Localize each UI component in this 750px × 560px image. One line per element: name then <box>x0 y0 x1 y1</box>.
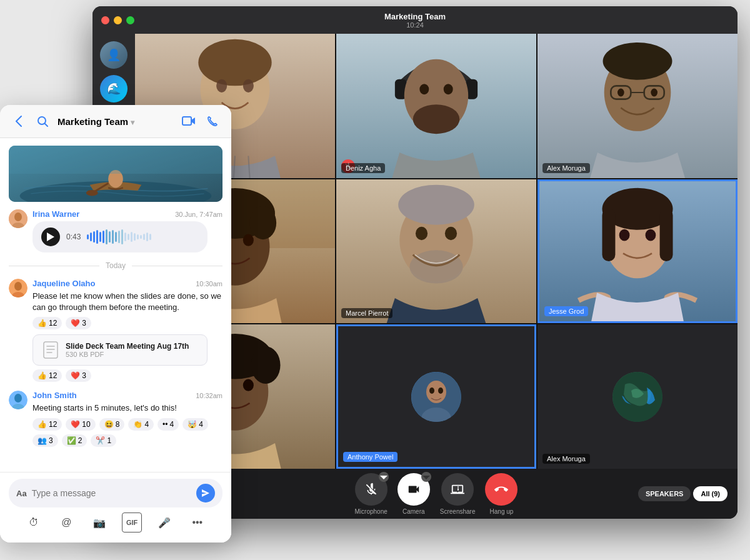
mention-icon[interactable]: @ <box>56 512 76 532</box>
avatar-jaqueline <box>9 279 28 298</box>
video-titlebar: Marketing Team 10:24 <box>92 6 738 34</box>
gif-button[interactable]: GIF <box>122 512 142 532</box>
speakers-controls: SPEAKERS All (9) <box>638 486 728 501</box>
chat-messages: Irina Warner 30.Jun, 7:47am 0:43 <box>0 138 231 472</box>
name-tag-alex-bottom: Alex Moruga <box>542 454 590 464</box>
hangup-button[interactable] <box>485 473 518 506</box>
send-button[interactable] <box>196 484 215 502</box>
svg-point-43 <box>619 229 630 241</box>
hangup-control: Hang up <box>485 473 518 515</box>
all-button[interactable]: All (9) <box>693 486 728 501</box>
svg-point-36 <box>416 227 428 240</box>
svg-point-74 <box>14 394 22 402</box>
timer-icon[interactable]: ⏱ <box>24 512 44 532</box>
svg-point-23 <box>651 89 658 97</box>
svg-rect-59 <box>182 117 191 125</box>
svg-point-37 <box>445 227 457 240</box>
reactions-john-row2: 👥3 ✅2 ✂️1 <box>32 434 222 447</box>
sidebar-avatar-2[interactable]: 🌊 <box>100 75 128 102</box>
video-cell-marcel: Marcel Pierrot <box>336 179 536 324</box>
file-name: Slide Deck Team Meeting Aug 17th <box>66 342 198 351</box>
more-button[interactable]: ••• <box>188 512 208 532</box>
minimize-button[interactable] <box>114 16 122 24</box>
attach-react-thumbs[interactable]: 👍12 <box>32 369 62 382</box>
mic-chevron[interactable] <box>379 472 389 482</box>
svg-point-70 <box>14 282 22 291</box>
name-tag-deniz: Deniz Agha <box>341 163 385 173</box>
sidebar-avatar-1[interactable]: 👤 <box>100 41 128 69</box>
svg-point-5 <box>243 79 254 92</box>
screenshare-label: Screenshare <box>440 508 476 515</box>
maximize-button[interactable] <box>126 16 134 24</box>
attach-react-heart[interactable]: ❤️3 <box>66 369 91 382</box>
svg-point-4 <box>216 79 227 92</box>
microphone-button[interactable] <box>355 473 388 506</box>
call-time: 10:24 <box>384 21 446 29</box>
msg-time-jaqueline: 10:30am <box>196 280 222 288</box>
message-john-smith: John Smith 10:32am Meeting starts in 5 m… <box>9 391 222 446</box>
back-button[interactable] <box>10 112 28 130</box>
video-cell-alex-moruga: Alex Moruga <box>538 34 738 178</box>
react-dots4[interactable]: ••4 <box>158 418 179 431</box>
sender-name-irina: Irina Warner <box>32 209 79 219</box>
voice-call-button[interactable] <box>204 112 221 130</box>
svg-point-14 <box>419 84 429 94</box>
svg-rect-65 <box>9 146 222 174</box>
chat-input-area: Aa ⏱ @ 📷 GIF 🎤 ••• <box>0 472 231 542</box>
audio-waveform <box>87 229 199 244</box>
msg-time-irina: 30.Jun, 7:47am <box>175 211 222 218</box>
message-content-jaqueline: Jaqueline Olaho 10:30am Please let me kn… <box>32 279 222 382</box>
speakers-button[interactable]: SPEAKERS <box>638 486 691 501</box>
screenshare-button[interactable] <box>441 473 474 506</box>
file-info: Slide Deck Team Meeting Aug 17th 530 KB … <box>66 342 198 358</box>
react-laugh8[interactable]: 😆8 <box>99 418 125 431</box>
mic-toolbar-icon[interactable]: 🎤 <box>154 512 174 532</box>
camera-chevron[interactable] <box>421 472 431 482</box>
reaction-thumbs-up[interactable]: 👍12 <box>32 317 62 329</box>
video-cell-deniz: Deniz Agha <box>336 34 536 178</box>
react-scissors1[interactable]: ✂️1 <box>91 434 116 447</box>
file-meta: 530 KB PDF <box>66 351 198 358</box>
traffic-lights <box>101 16 134 24</box>
call-title: Marketing Team <box>384 12 446 21</box>
chat-header: Marketing Team ▾ <box>0 105 231 138</box>
sender-name-john: John Smith <box>32 391 77 400</box>
svg-point-18 <box>603 42 672 80</box>
call-title-group: Marketing Team 10:24 <box>384 12 446 29</box>
react-group3[interactable]: 👥3 <box>32 434 58 447</box>
message-input[interactable] <box>32 488 191 498</box>
svg-point-13 <box>413 104 460 134</box>
reaction-heart[interactable]: ❤️3 <box>66 317 91 329</box>
name-tag-jesse: Jesse Grod <box>544 306 588 316</box>
svg-point-58 <box>38 117 46 124</box>
camera-control: Camera <box>398 473 430 515</box>
chat-window: Marketing Team ▾ <box>0 105 231 542</box>
svg-point-29 <box>249 206 276 239</box>
svg-rect-41 <box>602 209 615 261</box>
file-attachment[interactable]: Slide Deck Team Meeting Aug 17th 530 KB … <box>32 334 208 366</box>
react-explode4[interactable]: 🤯4 <box>182 418 208 431</box>
camera-label: Camera <box>402 508 425 515</box>
close-button[interactable] <box>101 16 109 24</box>
search-button[interactable] <box>34 112 51 130</box>
chat-title: Marketing Team ▾ <box>58 116 174 127</box>
react-heart10[interactable]: ❤️10 <box>66 418 95 431</box>
video-call-button[interactable] <box>180 112 198 130</box>
name-tag-marcel: Marcel Pierrot <box>341 308 392 318</box>
svg-rect-72 <box>44 342 58 358</box>
svg-point-31 <box>243 234 254 246</box>
react-thumbs12[interactable]: 👍12 <box>32 418 62 431</box>
play-button[interactable] <box>41 228 60 246</box>
svg-point-15 <box>444 84 453 94</box>
camera-button[interactable] <box>398 473 430 506</box>
react-check2[interactable]: ✅2 <box>62 434 88 447</box>
message-content-john: John Smith 10:32am Meeting starts in 5 m… <box>32 391 222 446</box>
svg-point-34 <box>398 184 474 224</box>
react-clap4[interactable]: 👏4 <box>128 418 154 431</box>
avatar-alex-map <box>612 372 662 422</box>
text-format-button[interactable]: Aa <box>16 489 27 498</box>
svg-point-22 <box>618 89 624 97</box>
camera-toolbar-icon[interactable]: 📷 <box>89 512 109 532</box>
svg-rect-42 <box>660 209 673 261</box>
hangup-label: Hang up <box>490 508 514 515</box>
